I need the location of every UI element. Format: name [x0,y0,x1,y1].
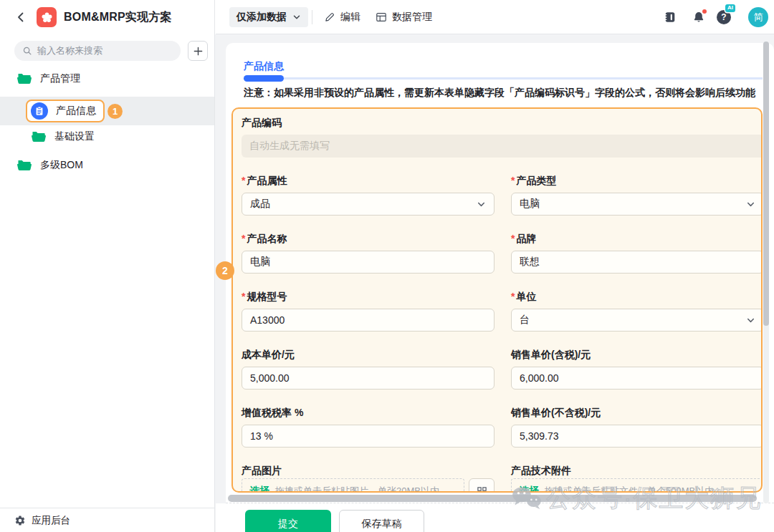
journal-icon[interactable] [664,11,677,24]
upload-select-link[interactable]: 选择 [249,485,269,493]
edit-button[interactable]: 编辑 [324,0,360,34]
app-icon [37,7,57,27]
app-backend-label: 应用后台 [32,514,70,527]
field-label: 销售单价(不含税)/元 [511,407,763,418]
field-label: 销售单价(含税)/元 [511,349,763,360]
sidebar-item-basic-settings[interactable]: 基础设置 [32,130,95,143]
sidebar-item-label: 产品信息 [56,105,96,117]
back-icon[interactable] [14,11,27,24]
chevron-down-icon [292,13,301,21]
sidebar-item-label: 基础设置 [54,130,95,143]
folder-icon [17,159,32,172]
upload-hint: 拖拽或单击后粘贴图片，单张20MB以内 [275,485,439,493]
topbar-divider [312,10,312,24]
upload-dropzone[interactable]: 选择拖拽或单击后粘贴图片，单张20MB以内 [242,478,464,493]
sidebar-item-label: 产品管理 [40,72,80,85]
field-label: *产品属性 [242,175,494,186]
required-asterisk: * [511,233,515,244]
form-field: 产品编码自动生成无需填写 [242,117,763,175]
tab-product-info[interactable]: 产品信息 [244,60,284,73]
required-asterisk: * [242,175,245,186]
chevron-down-icon [746,200,755,209]
notification-dot [702,9,707,14]
sidebar-item-label: 多级BOM [40,159,83,172]
select-field[interactable]: 电脑 [511,193,763,216]
field-label: *规格型号 [242,291,494,302]
field-label: 产品技术附件 [511,465,763,476]
form-field: 销售单价(不含税)/元5,309.73 [511,407,763,465]
form-field: 增值税税率 %13 % [242,407,494,465]
ai-badge: AI [725,4,735,12]
select-field[interactable]: 台 [511,309,763,332]
text-field[interactable]: A13000 [242,309,494,332]
qr-icon [477,486,487,493]
pencil-icon [324,11,335,23]
search-input[interactable]: 输入名称来搜索 [14,41,181,61]
form-icon [31,102,48,120]
plus-icon [193,46,204,57]
guide-step-2-badge: 2 [216,261,234,280]
text-field[interactable]: 13 % [242,425,494,448]
sidebar-header: BOM&MRP实现方案 [0,0,214,34]
field-label: *产品名称 [242,233,494,244]
required-asterisk: * [242,291,245,302]
app-window: BOM&MRP实现方案 输入名称来搜索 产品管理 产品信息 1 基础设置 [0,0,774,532]
text-field[interactable]: 5,309.73 [511,425,763,448]
field-label: 产品图片 [242,465,494,476]
field-label: *单位 [511,291,763,302]
search-placeholder: 输入名称来搜索 [37,44,102,57]
field-label: 产品编码 [242,117,763,128]
help-icon[interactable]: ? [717,10,731,24]
watermark-text: 公众号·保卫大狮兄 [546,482,762,515]
sidebar-item-product-management[interactable]: 产品管理 [17,72,80,85]
mode-dropdown-button[interactable]: 仅添加数据 [229,7,308,27]
vertical-scrollbar[interactable] [763,42,769,326]
form-field: *规格型号A13000 [242,291,494,349]
chevron-down-icon [746,316,755,325]
folder-icon [17,72,32,85]
topbar: 仅添加数据 编辑 数据管理 ? AI 简 [216,0,774,34]
form-field: *产品属性成品 [242,175,494,233]
save-draft-button[interactable]: 保存草稿 [339,510,424,532]
edit-label: 编辑 [340,11,360,24]
data-manage-button[interactable]: 数据管理 [376,0,432,34]
form-field: *品牌联想 [511,233,763,291]
guide-step-1-badge: 1 [108,104,123,119]
search-icon [22,46,32,56]
text-field[interactable]: 电脑 [242,251,494,274]
scan-upload-button[interactable] [469,478,494,493]
field-label: *产品类型 [511,175,763,186]
notice-text: 注意：如果采用非预设的产品属性，需更新本表单隐藏字段「产品编码标识号」字段的公式… [244,87,764,100]
form-field: 成本单价/元5,000.00 [242,349,494,407]
add-button[interactable] [188,41,208,61]
chevron-down-icon [477,200,486,209]
form-field: *产品类型电脑 [511,175,763,233]
text-field[interactable]: 联想 [511,251,763,274]
form-content-area: 产品信息 注意：如果采用非预设的产品属性，需更新本表单隐藏字段「产品编码标识号」… [215,34,774,532]
app-backend-button[interactable]: 应用后台 [0,508,214,532]
submit-button[interactable]: 提交 [245,510,331,532]
form-grid: 产品编码自动生成无需填写*产品属性成品*产品类型电脑*产品名称电脑*品牌联想*规… [242,117,763,493]
guide-highlight-box: 产品信息 [26,100,105,122]
sidebar: BOM&MRP实现方案 输入名称来搜索 产品管理 产品信息 1 基础设置 [0,0,215,532]
text-field[interactable]: 自动生成无需填写 [242,135,763,158]
required-asterisk: * [242,233,245,244]
avatar[interactable]: 简 [748,7,768,27]
form-field: 销售单价(含税)/元6,000.00 [511,349,763,407]
select-field[interactable]: 成品 [242,193,494,216]
form-field: *单位台 [511,291,763,349]
sidebar-item-multilevel-bom[interactable]: 多级BOM [17,159,83,172]
form-card: 产品信息 注意：如果采用非预设的产品属性，需更新本表单隐藏字段「产品编码标识号」… [226,43,774,503]
required-asterisk: * [511,291,515,302]
field-label: 增值税税率 % [242,407,494,418]
wechat-icon [511,486,543,511]
field-label: *品牌 [511,233,763,244]
text-field[interactable]: 6,000.00 [511,367,763,390]
field-label: 成本单价/元 [242,349,494,360]
folder-icon [32,130,46,143]
required-asterisk: * [511,175,515,186]
tab-active-underline [244,75,284,82]
text-field[interactable]: 5,000.00 [242,367,494,390]
table-icon [376,11,387,23]
tab-track [244,77,763,79]
